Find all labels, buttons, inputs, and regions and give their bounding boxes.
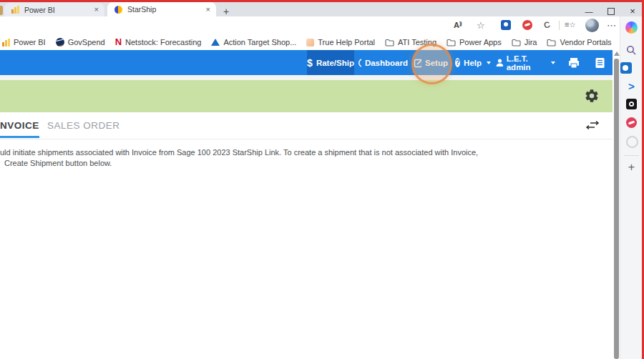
recording-border-top [0, 0, 644, 2]
read-aloud-icon[interactable]: A)) [454, 21, 462, 29]
caret-down-icon [487, 62, 491, 64]
scrollbar-thumb[interactable] [614, 59, 619, 359]
tab-invoice[interactable]: NVOICE [0, 120, 39, 131]
printer-icon [567, 57, 580, 69]
toolbar-divider [559, 21, 560, 30]
bookmark-govspend[interactable]: GovSpend [56, 38, 105, 46]
folder-icon [547, 39, 556, 46]
new-tab-button[interactable]: + [223, 6, 229, 16]
faded-app-icon[interactable] [626, 136, 638, 148]
browser-tab-strip: Power BI × StarShip × + — × [0, 2, 642, 16]
active-tab-underline [0, 136, 39, 138]
tab-close-icon[interactable]: × [206, 6, 210, 14]
settings-gear-icon[interactable] [584, 88, 600, 107]
bookmark-folder-vendor-portals[interactable]: Vendor Portals [547, 38, 611, 46]
bookmarks-bar: Power BI GovSpend N Netstock: Forecastin… [0, 34, 620, 50]
red-app-icon[interactable] [626, 117, 637, 128]
scrollbar-up-arrow[interactable] [614, 51, 620, 56]
tab-close-icon[interactable]: × [94, 6, 99, 14]
extension-red-icon[interactable] [522, 20, 532, 30]
tab-title: StarShip [127, 5, 206, 14]
print-button[interactable] [562, 50, 585, 75]
bookmark-action-target[interactable]: Action Target Shop... [211, 38, 296, 46]
bookmark-folder-power-apps[interactable]: Power Apps [447, 38, 502, 46]
swap-arrows-icon[interactable] [585, 120, 600, 133]
nav-dashboard[interactable]: Dashboard [358, 50, 408, 75]
sidebar-add-icon[interactable]: + [625, 161, 638, 173]
powerbi-favicon-icon [11, 6, 19, 14]
window-restore-button[interactable] [602, 4, 620, 18]
browser-menu-icon[interactable]: ⋯ [607, 20, 616, 31]
edit-setup-icon [414, 58, 421, 68]
search-icon[interactable] [625, 44, 638, 56]
favorite-star-icon[interactable]: ☆ [477, 20, 485, 31]
nav-user-menu[interactable]: L.E.T. admin [495, 50, 555, 75]
powerbi-icon [2, 39, 10, 46]
edge-sidebar: > + [620, 16, 643, 359]
profile-avatar[interactable] [585, 19, 599, 32]
nav-setup[interactable]: Setup [414, 50, 448, 75]
bookmark-true-help-portal[interactable]: True Help Portal [306, 38, 375, 46]
page-content: NVOICE SALES ORDER uld initiate shipment… [0, 112, 613, 359]
extension-blue-icon[interactable] [501, 20, 511, 30]
folder-icon [385, 39, 394, 46]
outlook-icon[interactable] [620, 62, 632, 74]
extension-gray-icon[interactable]: C [543, 19, 551, 30]
window-minimize-button[interactable]: — [580, 4, 598, 18]
bookmark-folder-ati-testing[interactable]: ATI Testing [385, 38, 436, 46]
starship-favicon-icon [114, 6, 122, 14]
black-app-icon[interactable] [626, 99, 637, 109]
nav-help[interactable]: ? Help [455, 50, 491, 75]
restore-icon [608, 8, 615, 15]
app-navbar: $ Rate/Ship Dashboard Setup ? Help L.E.T… [0, 50, 613, 75]
folder-icon [447, 39, 456, 46]
cropped-tab-sliver [0, 6, 3, 15]
list-icon [595, 57, 605, 69]
true-help-icon [306, 39, 314, 46]
govspend-icon [56, 38, 64, 46]
navbar-gap [0, 75, 613, 80]
copilot-icon[interactable] [625, 21, 638, 34]
dashboard-gauge-icon [358, 58, 361, 68]
nav-rate-ship[interactable]: $ Rate/Ship [307, 50, 354, 75]
triangle-icon [211, 39, 220, 46]
description-line-2: Create Shipment button below. [4, 159, 112, 167]
netstock-icon: N [115, 38, 122, 46]
caret-down-icon [551, 62, 555, 64]
description-line-1: uld initiate shipments associated with I… [0, 148, 478, 157]
tab-title: Power BI [24, 6, 94, 14]
green-banner [0, 80, 613, 112]
browser-tab-starship[interactable]: StarShip × [107, 2, 216, 16]
bookmark-netstock[interactable]: N Netstock: Forecasting [115, 38, 202, 46]
user-icon [495, 58, 503, 67]
favorites-hub-icon[interactable]: ≡☆ [565, 20, 575, 29]
address-bar[interactable]: A)) ☆ C ≡☆ ⋯ [0, 16, 620, 35]
bookmark-folder-jira[interactable]: Jira [512, 38, 537, 46]
dollar-icon: $ [307, 57, 313, 69]
blue-arrow-icon[interactable]: > [625, 80, 638, 92]
bookmark-powerbi[interactable]: Power BI [2, 38, 46, 46]
menu-list-button[interactable] [588, 50, 611, 75]
browser-tab-powerbi[interactable]: Power BI × [4, 3, 104, 16]
tabs-divider-line [0, 139, 613, 139]
tab-sales-order[interactable]: SALES ORDER [47, 120, 120, 131]
sidebar-divider [624, 155, 639, 156]
help-question-icon: ? [455, 58, 460, 67]
folder-icon [512, 39, 521, 46]
